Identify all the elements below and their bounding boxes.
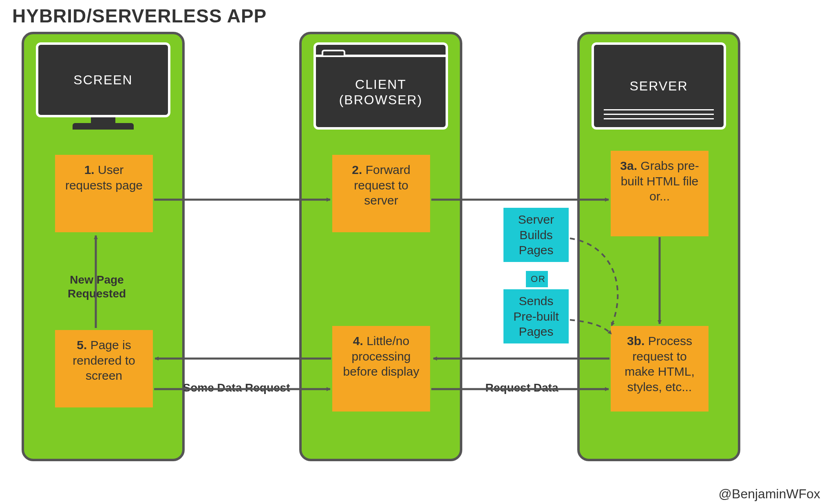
diagram-canvas: HYBRID/SERVERLESS APP SCREEN CLIENT (BRO…: [0, 0, 830, 504]
attribution: @BenjaminWFox: [719, 486, 820, 502]
screen-label: SCREEN: [73, 72, 132, 88]
step-1-text: User requests page: [65, 163, 143, 192]
step-5-num: 5.: [77, 338, 87, 352]
step-3b-card: 3b. Process request to make HTML, styles…: [611, 326, 709, 412]
server-label: SERVER: [629, 78, 688, 94]
step-2-text: Forward request to server: [354, 163, 410, 207]
step-2-num: 2.: [352, 163, 362, 176]
step-1-card: 1. User requests page: [55, 155, 153, 232]
request-data-label: Request Data: [475, 381, 569, 395]
browser-icon: CLIENT (BROWSER): [313, 42, 448, 130]
client-label: CLIENT (BROWSER): [339, 77, 423, 108]
step-1-num: 1.: [84, 163, 95, 176]
some-data-label: Some Data Request: [175, 381, 298, 395]
diagram-title: HYBRID/SERVERLESS APP: [12, 5, 267, 27]
step-3a-num: 3a.: [620, 159, 637, 172]
step-4-card: 4. Little/no processing before display: [332, 326, 430, 412]
step-3a-card: 3a. Grabs pre-built HTML file or...: [611, 151, 709, 236]
step-5-card: 5. Page is rendered to screen: [55, 330, 153, 407]
prebuilt-note: Sends Pre-built Pages: [503, 289, 569, 343]
server-builds-note: Server Builds Pages: [503, 208, 569, 262]
monitor-icon: SCREEN: [36, 42, 170, 130]
server-icon: SERVER: [592, 42, 726, 130]
new-page-label: New Page Requested: [49, 273, 145, 300]
step-3b-num: 3b.: [627, 334, 645, 348]
step-2-card: 2. Forward request to server: [332, 155, 430, 232]
step-4-num: 4.: [353, 334, 363, 348]
or-note: OR: [526, 271, 548, 287]
